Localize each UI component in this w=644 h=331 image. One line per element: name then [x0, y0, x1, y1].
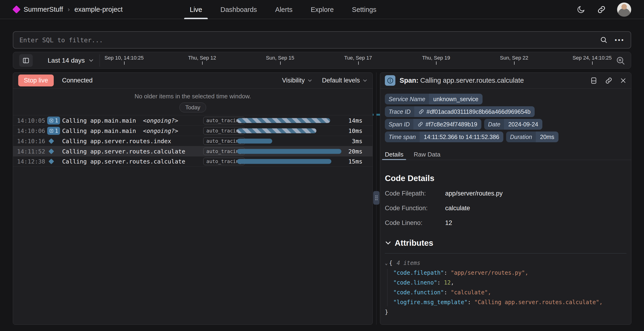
- json-entries: "code.filepath": "app/server/routes.py",…: [385, 268, 626, 307]
- timeline-tick-mark: [124, 62, 124, 65]
- expand-children-badge[interactable]: 1: [47, 116, 60, 124]
- link-icon[interactable]: [418, 109, 424, 114]
- json-entry-key: "code.filepath": [393, 270, 444, 276]
- timeline-tick-label: Thu, Sep 12: [188, 55, 216, 61]
- log-rows: 14:10:051Calling app.main.main<ongoing?>…: [13, 115, 372, 166]
- span-meta-badges: Service Nameunknown_serviceTrace ID#df01…: [385, 94, 626, 142]
- duration-value: 3ms: [352, 138, 362, 144]
- chevron-down-icon: [308, 78, 312, 83]
- tab-alerts[interactable]: Alerts: [275, 0, 292, 19]
- logo-diamond-icon[interactable]: [12, 5, 20, 13]
- badge-label: Date: [484, 119, 504, 130]
- json-entry: "logfire.msg_template": "Calling app.ser…: [393, 297, 626, 307]
- code-detail-value: app/server/routes.py: [445, 190, 503, 197]
- splitter-grip-icon[interactable]: [373, 191, 380, 205]
- json-comma: ,: [488, 289, 491, 296]
- copy-link-icon[interactable]: [605, 77, 612, 84]
- connection-status: Connected: [62, 77, 93, 84]
- user-avatar[interactable]: [617, 2, 632, 17]
- log-row[interactable]: 14:11:52Calling app.server.routes.calcul…: [13, 146, 372, 156]
- visibility-dropdown[interactable]: Visibility: [282, 77, 312, 84]
- badge-value-text: #f7c8e294f7489b19: [426, 121, 477, 128]
- badge-label: Duration: [506, 132, 536, 142]
- log-message: Calling app.main.main: [62, 117, 136, 124]
- tab-raw-data[interactable]: Raw Data: [414, 149, 440, 160]
- expand-children-badge[interactable]: 1: [47, 127, 60, 135]
- log-timestamp: 14:10:05: [17, 117, 45, 124]
- log-row[interactable]: 14:12:38Calling app.server.routes.calcul…: [13, 156, 372, 166]
- log-message-wrap: Calling app.server.routes.calculate: [62, 158, 185, 165]
- log-row[interactable]: 14:10:061Calling app.main.main<ongoing?>…: [13, 126, 372, 136]
- share-link-icon[interactable]: [596, 4, 606, 15]
- timeline-tick-mark: [514, 62, 514, 65]
- attributes-json-viewer: ⌄ { 4 items "code.filepath": "app/server…: [385, 258, 626, 317]
- attributes-collapse-icon[interactable]: [385, 240, 392, 246]
- live-feed-header: Stop live Connected Visibility Default l…: [13, 73, 372, 88]
- filter-more-icon[interactable]: •••: [615, 36, 624, 44]
- no-older-items-message: No older items in the selected time wind…: [13, 93, 372, 100]
- timeline-track[interactable]: Sep 10, 14:10:25Thu, Sep 12Sun, Sep 15Tu…: [102, 52, 605, 69]
- chevron-down-icon: [88, 58, 94, 63]
- detail-tabs: DetailsRaw Data: [380, 149, 631, 160]
- duration-value: 15ms: [348, 158, 362, 165]
- log-row[interactable]: 14:10:16Calling app.server.routes.indexa…: [13, 136, 372, 146]
- meta-badge-time-span: Time span14:11:52.366 to 14:11:52.386: [385, 132, 503, 142]
- code-detail-label: Code Lineno:: [385, 219, 445, 226]
- attributes-heading: Attributes: [385, 238, 626, 248]
- json-collapse-icon[interactable]: ⌄: [385, 258, 388, 268]
- sql-filter-input[interactable]: [20, 36, 600, 44]
- link-icon[interactable]: [418, 122, 423, 127]
- json-entry-value: "Calling app.server.routes.calculate": [474, 299, 599, 306]
- log-timestamp: 14:12:38: [17, 158, 45, 165]
- live-feed-panel: Stop live Connected Visibility Default l…: [13, 72, 373, 325]
- json-entry-value: 12: [444, 280, 451, 286]
- json-open-line: ⌄ { 4 items: [385, 258, 626, 268]
- search-icon[interactable]: [600, 36, 608, 44]
- duration-value: 20ms: [348, 148, 362, 155]
- tab-explore[interactable]: Explore: [311, 0, 334, 19]
- log-message: Calling app.server.routes.index: [62, 138, 171, 144]
- badge-label: Trace ID: [385, 106, 414, 117]
- theme-moon-icon[interactable]: [576, 4, 586, 15]
- meta-badge-date: Date2024-09-24: [484, 119, 542, 130]
- span-detail-header: Span:Calling app.server.routes.calculate: [380, 73, 631, 88]
- tab-details[interactable]: Details: [385, 149, 403, 160]
- stop-live-button[interactable]: Stop live: [18, 74, 54, 86]
- close-icon[interactable]: [620, 77, 626, 84]
- tab-live[interactable]: Live: [190, 0, 202, 19]
- timeline-tick-mark: [436, 62, 436, 65]
- log-timestamp: 14:11:52: [17, 148, 45, 155]
- code-detail-label: Code Filepath:: [385, 190, 445, 197]
- json-entry-key: "code.function": [393, 289, 444, 296]
- duration-value: 10ms: [348, 127, 362, 134]
- nav-right-actions: [576, 0, 632, 19]
- duration-bar: [237, 149, 342, 154]
- today-button[interactable]: Today: [180, 102, 206, 112]
- span-diamond-icon: [48, 138, 54, 144]
- json-comma: ,: [599, 299, 602, 306]
- badge-row: Service Nameunknown_service: [385, 94, 626, 104]
- org-name[interactable]: SummerStuff: [24, 6, 63, 13]
- badge-value: unknown_service: [429, 94, 482, 104]
- timeline-zoom-in-icon[interactable]: [615, 55, 626, 66]
- tab-settings[interactable]: Settings: [352, 0, 376, 19]
- json-entry: "code.lineno": 12,: [393, 278, 626, 288]
- log-message: Calling app.server.routes.calculate: [62, 158, 185, 165]
- tab-dashboards[interactable]: Dashboards: [220, 0, 257, 19]
- code-detail-row: Code Lineno:12: [385, 219, 626, 226]
- badge-value-text: 14:11:52.366 to 14:11:52.386: [424, 134, 499, 140]
- attributes-divider: [385, 253, 626, 254]
- log-row[interactable]: 14:10:051Calling app.main.main<ongoing?>…: [13, 115, 372, 126]
- sidebar-toggle-button[interactable]: [19, 54, 33, 67]
- badge-label: Service Name: [385, 94, 429, 104]
- default-levels-dropdown[interactable]: Default levels: [322, 77, 367, 84]
- timeline-tick-label: Sun, Sep 15: [266, 55, 294, 61]
- meta-badge-service-name: Service Nameunknown_service: [385, 94, 482, 104]
- badge-row: Span ID#f7c8e294f7489b19Date2024-09-24: [385, 119, 626, 130]
- chevron-down-icon: [363, 78, 367, 83]
- child-count: 1: [55, 118, 58, 124]
- project-name[interactable]: example-project: [74, 6, 122, 13]
- dock-panel-icon[interactable]: [590, 77, 598, 84]
- duration-bar: [237, 138, 272, 144]
- time-range-dropdown[interactable]: Last 14 days: [48, 52, 94, 69]
